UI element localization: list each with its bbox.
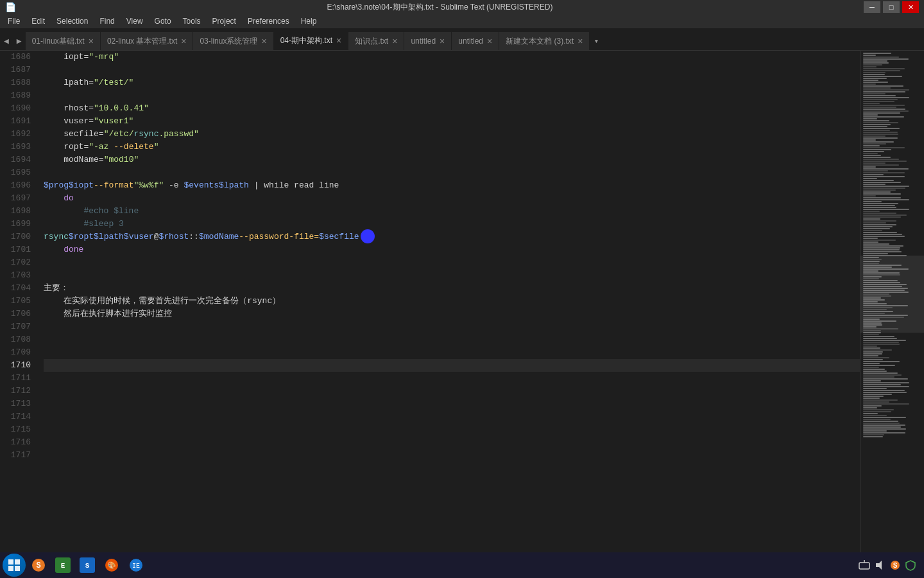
menu-item-selection[interactable]: Selection [51,15,93,27]
tab-close-6[interactable]: × [487,37,492,46]
minimap-line [863,78,887,79]
line-num-1687: 1687 [0,64,31,76]
minimap-line [863,336,894,337]
minimap-line [863,110,909,112]
menu-item-file[interactable]: File [3,15,25,27]
tab-close-3[interactable]: × [336,36,341,45]
tab-2[interactable]: 03-linux系统管理× [193,32,273,50]
minimap-line [863,338,897,339]
svg-text:S: S [893,562,898,569]
line-num-1698: 1698 [0,205,31,218]
minimap-line [863,184,886,185]
sound-icon [874,559,886,571]
minimap-line [863,130,890,131]
svg-text:🎨: 🎨 [107,561,116,570]
minimap-line [863,349,892,351]
minimap-line [863,367,879,368]
code-container[interactable]: 1686168716881689169016911692169316941695… [0,51,860,563]
minimap-line [863,101,894,102]
menu-item-tools[interactable]: Tools [178,15,206,27]
minimap-line [863,434,884,435]
taskbar-icon-4[interactable]: 🎨 [100,554,123,577]
minimap-line [863,162,886,164]
minimap-line [863,87,891,89]
line-num-1695: 1695 [0,166,31,179]
titlebar: 📄 E:\share\3.note\04-期中架构.txt - Sublime … [0,0,924,14]
tab-prev-button[interactable]: ◀ [0,32,13,50]
minimap-line [863,137,898,139]
maximize-button[interactable]: □ [883,1,900,13]
line-num-1708: 1708 [0,333,31,346]
taskbar-icon-5[interactable]: IE [124,554,148,577]
code-content[interactable]: iopt="-mrq" lpath="/test/" rhost="10.0.0… [36,51,860,563]
minimap-line [863,176,905,177]
minimap-line [863,155,881,156]
code-line-1715 [44,423,860,436]
menu-item-goto[interactable]: Goto [150,15,176,27]
tab-next-button[interactable]: ▶ [13,32,26,50]
minimap-line [863,193,901,195]
menu-item-help[interactable]: Help [296,15,322,27]
tab-0[interactable]: 01-linux基础.txt× [26,32,101,50]
minimap-line [863,64,882,66]
svg-rect-1 [15,559,20,565]
tab-5[interactable]: untitled× [404,32,452,50]
minimap-line [863,346,877,347]
menu-item-preferences[interactable]: Preferences [243,15,295,27]
tab-end-nav[interactable]: ▾ [590,32,603,50]
menu-item-project[interactable]: Project [207,15,241,27]
tab-close-4[interactable]: × [392,37,397,46]
minimap-line [863,203,898,204]
svg-rect-3 [15,566,20,571]
minimap-line [863,126,887,127]
minimap-line [863,216,901,218]
tab-close-7[interactable]: × [578,37,583,46]
code-line-1699: #sleep 3 [44,218,860,231]
minimize-button[interactable]: ─ [864,1,880,13]
menu-item-view[interactable]: View [121,15,148,27]
code-line-1701: done [44,243,860,256]
minimap-line [863,89,909,91]
start-button[interactable] [3,554,26,577]
tab-1[interactable]: 02-linux 基本管理.txt× [101,32,194,50]
tab-close-1[interactable]: × [181,37,186,46]
code-line-1687 [44,64,860,76]
minimap-line [863,132,898,133]
titlebar-icon: 📄 [5,2,16,12]
code-line-1714 [44,410,860,423]
tab-6[interactable]: untitled× [452,32,499,50]
minimap-line [863,170,888,171]
line-num-1707: 1707 [0,320,31,333]
minimap-line [863,238,878,239]
close-button[interactable]: ✕ [902,1,919,13]
line-num-1710: 1710 [0,359,31,372]
main-editor: 1686168716881689169016911692169316941695… [0,51,924,563]
minimap-line [863,93,886,94]
minimap-line [863,251,902,252]
minimap-line [863,376,894,378]
minimap-line [863,386,909,387]
menu-item-find[interactable]: Find [94,15,119,27]
code-line-1702 [44,256,860,269]
tab-3[interactable]: 04-期中架构.txt× [274,31,349,50]
line-num-1700: 1700 [0,231,31,243]
taskbar-icon-3[interactable]: S [76,554,99,577]
minimap[interactable] [860,51,924,563]
minimap-line [863,342,899,343]
tab-7[interactable]: 新建文本文档 (3).txt× [499,32,590,50]
tab-close-5[interactable]: × [440,37,445,46]
svg-rect-2 [8,566,13,571]
tab-close-0[interactable]: × [89,37,94,46]
menu-item-edit[interactable]: Edit [26,15,50,27]
taskbar-sys: S [853,559,921,571]
tab-label-0: 01-linux基础.txt [32,36,85,47]
taskbar-icon-2[interactable]: E [51,554,74,577]
taskbar-icon-1[interactable]: S [27,554,50,577]
minimap-line [863,243,889,245]
tab-close-2[interactable]: × [261,37,266,46]
code-line-1703 [44,269,860,282]
minimap-line [863,382,909,383]
minimap-lines [860,51,924,439]
minimap-line [863,147,905,148]
tab-4[interactable]: 知识点.txt× [348,32,404,50]
